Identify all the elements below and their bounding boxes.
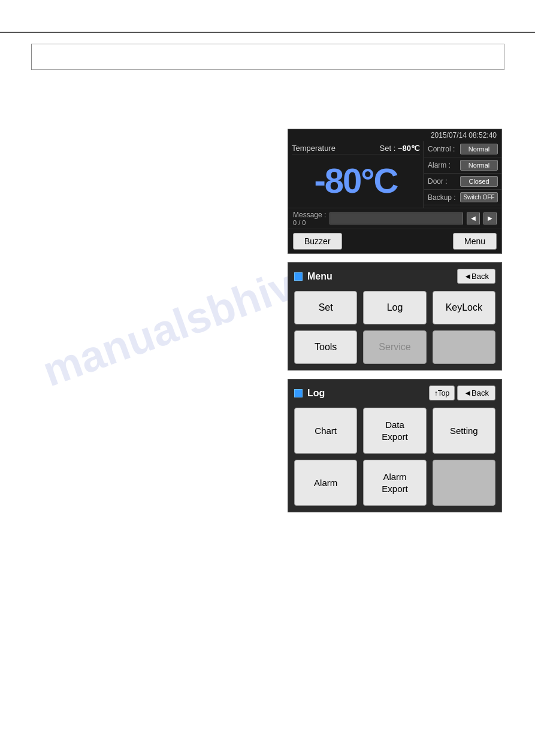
backup-label: Backup :: [428, 193, 458, 202]
menu-empty-button: [433, 330, 495, 364]
temp-label: Temperature: [292, 144, 335, 153]
menu-title-label: Menu: [307, 271, 333, 282]
log-panel: Log ↑Top ◄Back Chart DataExport Setting …: [288, 379, 502, 512]
message-count: 0 / 0: [293, 219, 326, 226]
door-label: Door :: [428, 177, 458, 186]
control-label: Control :: [428, 145, 458, 153]
menu-title: Menu: [294, 271, 333, 282]
door-value: Closed: [460, 176, 498, 187]
log-alarm-export-button[interactable]: AlarmExport: [363, 460, 426, 506]
backup-value: Switch OFF: [460, 192, 498, 202]
message-bar: Message : 0 / 0 ◄ ►: [288, 208, 501, 229]
menu-button[interactable]: Menu: [453, 233, 497, 250]
control-value: Normal: [460, 144, 498, 154]
alarm-status: Alarm : Normal: [424, 157, 501, 174]
menu-grid: Set Log KeyLock Tools Service: [294, 291, 495, 364]
menu-back-button[interactable]: ◄Back: [457, 269, 495, 284]
log-title-icon: [294, 389, 303, 397]
menu-set-button[interactable]: Set: [294, 291, 357, 324]
big-temperature: -80°C: [292, 154, 420, 205]
message-input: [330, 212, 463, 224]
next-message-button[interactable]: ►: [483, 212, 497, 224]
menu-title-icon: [294, 272, 303, 281]
header: [0, 0, 535, 33]
alarm-label: Alarm :: [428, 161, 458, 169]
control-status: Control : Normal: [424, 141, 501, 157]
set-value: −80℃: [398, 144, 420, 153]
log-title-label: Log: [307, 388, 325, 399]
menu-tools-button[interactable]: Tools: [294, 330, 357, 364]
backup-status: Backup : Switch OFF: [424, 190, 501, 205]
log-title: Log: [294, 388, 325, 399]
message-label: Message :: [293, 211, 326, 219]
menu-log-button[interactable]: Log: [363, 291, 426, 324]
menu-keylock-button[interactable]: KeyLock: [433, 291, 495, 324]
prev-message-button[interactable]: ◄: [467, 212, 480, 224]
display-panel: 2015/07/14 08:52:40 Temperature Set : −8…: [288, 129, 502, 254]
log-back-button[interactable]: ◄Back: [457, 385, 495, 400]
log-grid: Chart DataExport Setting Alarm AlarmExpo…: [294, 408, 495, 506]
menu-service-button: Service: [363, 330, 426, 364]
log-data-export-button[interactable]: DataExport: [363, 408, 426, 454]
door-status: Door : Closed: [424, 174, 501, 190]
set-label: Set :: [380, 144, 396, 153]
log-header: Log ↑Top ◄Back: [294, 385, 495, 400]
log-chart-button[interactable]: Chart: [294, 408, 357, 454]
menu-panel: Menu ◄Back Set Log KeyLock Tools Service: [288, 262, 502, 371]
alarm-value: Normal: [460, 160, 498, 171]
log-empty-button: [433, 460, 495, 506]
display-bottom-bar: Buzzer Menu: [288, 229, 501, 253]
log-alarm-button[interactable]: Alarm: [294, 460, 357, 506]
buzzer-button[interactable]: Buzzer: [293, 233, 342, 250]
text-box: [31, 44, 504, 70]
log-setting-button[interactable]: Setting: [433, 408, 495, 454]
menu-header: Menu ◄Back: [294, 269, 495, 284]
log-top-button[interactable]: ↑Top: [429, 385, 455, 400]
datetime: 2015/07/14 08:52:40: [288, 129, 501, 141]
log-nav: ↑Top ◄Back: [429, 385, 495, 400]
